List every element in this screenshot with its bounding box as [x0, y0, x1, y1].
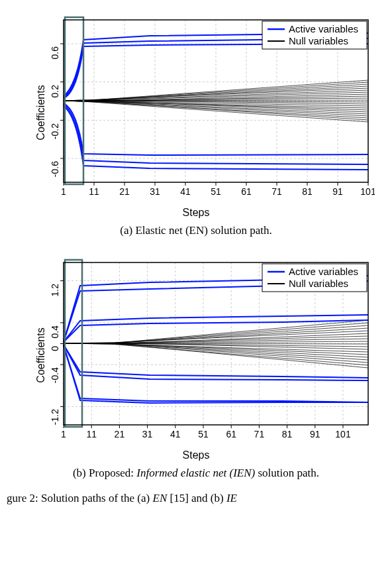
svg-text:91: 91	[332, 186, 343, 197]
svg-text:31: 31	[142, 429, 153, 439]
chart-a-xticks: 1 11 21 31 41 51 61 71 81 91 101	[61, 186, 375, 197]
svg-text:11: 11	[86, 429, 97, 439]
svg-text:-0.2: -0.2	[50, 123, 60, 139]
legend-null-label-b: Null variables	[289, 278, 348, 289]
chart-a-yticks: -0.6 -0.2 0.2 0.6	[50, 46, 60, 177]
svg-text:0.6: 0.6	[50, 46, 60, 60]
svg-text:101: 101	[335, 429, 351, 439]
chart-a-legend: Active variables Null variables	[262, 21, 367, 49]
svg-text:51: 51	[198, 429, 209, 439]
svg-text:0.4: 0.4	[50, 325, 60, 339]
figure-container: Coefficients	[0, 0, 392, 505]
svg-text:31: 31	[150, 186, 160, 197]
chart-b-xlabel: Steps	[17, 449, 375, 461]
svg-text:91: 91	[310, 429, 320, 439]
legend-active-label-b: Active variables	[289, 266, 358, 277]
svg-text:41: 41	[170, 429, 181, 439]
svg-text:11: 11	[89, 186, 99, 197]
chart-b-legend: Active variables Null variables	[262, 264, 367, 292]
svg-text:1.2: 1.2	[50, 284, 60, 297]
chart-a-wrap: Coefficients	[17, 7, 375, 219]
svg-text:0: 0	[50, 346, 60, 351]
chart-a-ylabel: Coefficients	[35, 85, 47, 140]
svg-text:51: 51	[211, 186, 221, 197]
svg-text:1: 1	[61, 186, 66, 197]
svg-text:-0.4: -0.4	[50, 367, 60, 383]
svg-text:71: 71	[271, 186, 282, 197]
svg-text:61: 61	[241, 186, 252, 197]
svg-text:101: 101	[360, 186, 375, 197]
chart-b-ylabel: Coefficients	[35, 327, 47, 382]
svg-text:71: 71	[254, 429, 265, 439]
svg-text:-0.6: -0.6	[50, 161, 60, 177]
chart-a-caption: (a) Elastic net (EN) solution path.	[0, 224, 392, 237]
svg-text:0.2: 0.2	[50, 85, 60, 98]
svg-text:61: 61	[226, 429, 236, 439]
chart-b-wrap: Coefficients	[17, 249, 375, 461]
figure-bottom-caption: gure 2: Solution paths of the (a) EN [15…	[0, 492, 392, 505]
chart-a-caption-text: (a) Elastic net (EN) solution path.	[120, 224, 271, 237]
svg-text:81: 81	[302, 186, 313, 197]
svg-text:-1.2: -1.2	[50, 409, 60, 425]
chart-b-caption: (b) Proposed: Informed elastic net (IEN)…	[0, 467, 392, 480]
chart-a-xlabel: Steps	[17, 207, 375, 219]
svg-text:21: 21	[119, 186, 130, 197]
chart-b-xticks: 1 11 21 31 41 51 61 71 81 91 101	[61, 429, 351, 439]
svg-text:41: 41	[180, 186, 191, 197]
chart-b-yticks: -1.2 -0.4 0 0.4 1.2	[50, 284, 60, 425]
svg-text:21: 21	[115, 429, 125, 439]
svg-text:81: 81	[282, 429, 293, 439]
svg-text:1: 1	[61, 429, 66, 439]
legend-null-label: Null variables	[289, 35, 348, 46]
legend-active-label: Active variables	[289, 23, 358, 34]
chart-a-svg: -0.6 -0.2 0.2 0.6 1 11 21 31 41 51 61 71…	[17, 7, 375, 205]
chart-b-svg: -1.2 -0.4 0 0.4 1.2 1 11 21 31 41 51 61 …	[17, 249, 375, 448]
